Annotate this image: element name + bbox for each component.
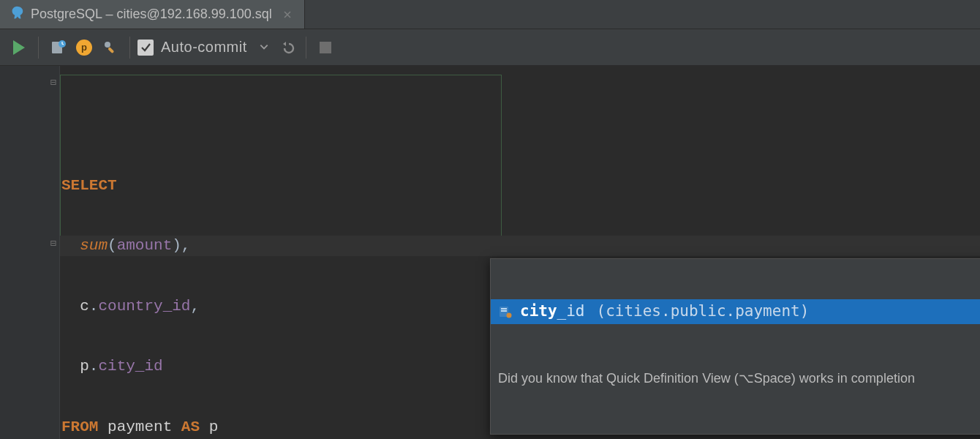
editor: ⊟ ⊟ SELECT sum(amount), c.country_id, p.… <box>0 66 980 439</box>
sql-toolbar: p Auto-commit <box>0 29 980 66</box>
explain-plan-button[interactable] <box>46 36 69 59</box>
autocommit-label: Auto-commit <box>161 39 247 56</box>
parameters-button[interactable]: p <box>72 36 96 59</box>
separator <box>306 37 306 59</box>
separator <box>38 37 39 59</box>
code-line: SELECT <box>60 176 980 196</box>
code-line: p.city_id <box>60 356 980 377</box>
code-line: c.country_id, <box>60 296 980 317</box>
postgresql-elephant-icon <box>9 5 25 23</box>
play-icon <box>13 40 25 55</box>
autocommit-toggle[interactable]: Auto-commit <box>137 39 269 56</box>
code-completion-popup: city_id (cities.public.payment) Did you … <box>490 258 980 435</box>
tab-close-icon[interactable] <box>282 10 293 20</box>
svg-rect-3 <box>108 47 114 53</box>
stop-button[interactable] <box>314 36 337 59</box>
code-line: sum(amount), <box>60 236 980 256</box>
tab-title: PostgreSQL – cities@192.168.99.100.sql <box>31 7 272 22</box>
separator <box>129 37 130 59</box>
editor-tabbar: PostgreSQL – cities@192.168.99.100.sql <box>0 0 980 29</box>
circle-p-icon: p <box>76 40 92 56</box>
run-button[interactable] <box>7 36 31 59</box>
settings-button[interactable] <box>99 36 122 59</box>
fold-end-icon[interactable]: ⊟ <box>50 237 56 249</box>
code-area[interactable]: SELECT sum(amount), c.country_id, p.city… <box>60 66 980 439</box>
svg-point-2 <box>105 42 110 48</box>
chevron-down-icon[interactable] <box>259 39 269 56</box>
checkbox-checked-icon <box>137 40 154 56</box>
stop-icon <box>320 42 331 53</box>
fold-minus-icon[interactable]: ⊟ <box>50 76 56 88</box>
rollback-button[interactable] <box>275 36 298 59</box>
code-line: FROM payment AS p <box>60 417 980 438</box>
gutter: ⊟ ⊟ <box>0 66 60 439</box>
wrench-gear-icon <box>102 40 118 56</box>
editor-tab[interactable]: PostgreSQL – cities@192.168.99.100.sql <box>0 0 305 29</box>
page-clock-icon <box>50 40 66 56</box>
statement-highlight <box>60 75 502 256</box>
undo-icon <box>279 40 295 56</box>
